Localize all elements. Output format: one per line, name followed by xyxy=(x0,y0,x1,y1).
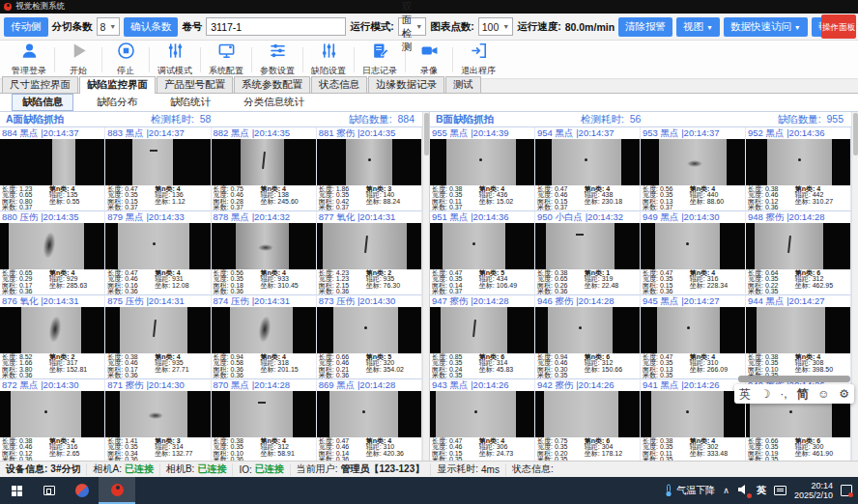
defect-thumbnail[interactable] xyxy=(0,307,104,353)
chart-points-select[interactable]: 100▼ xyxy=(478,17,513,36)
defect-thumbnail[interactable] xyxy=(212,307,316,353)
defect-cell-label[interactable]: 876 氧化 |20:14:31 xyxy=(0,295,104,307)
defect-cell[interactable]: 948 擦伤 |20:14:28长度: 0.64宽度: 0.35面积: 0.22… xyxy=(746,211,851,295)
ime-settings-icon[interactable]: ⚙ xyxy=(839,387,849,401)
defect-cell-label[interactable]: 872 黑点 |20:14:30 xyxy=(0,379,104,391)
defect-cell[interactable]: 950 小白点 |20:14:32长度: 0.38宽度: 0.65面积: 0.2… xyxy=(535,211,641,295)
defect-cell-label[interactable]: 881 擦伤 |20:14:35 xyxy=(317,127,421,139)
slit-count-select[interactable]: 8▼ xyxy=(97,17,121,36)
ime-emoji-icon[interactable]: ☺ xyxy=(817,387,829,401)
defect-cell[interactable]: 883 黑点 |20:14:37长度: 0.47宽度: 0.35面积: 0.15… xyxy=(105,127,211,211)
tab-test[interactable]: 测试 xyxy=(445,76,481,93)
login-button[interactable]: 管理登录 xyxy=(6,42,52,77)
record-button[interactable]: 录像 xyxy=(408,42,450,77)
defect-thumbnail[interactable] xyxy=(317,391,421,437)
taskbar-app-active[interactable] xyxy=(99,477,135,504)
quick-access-menu-button[interactable]: 数据快速访问 ▼ xyxy=(724,17,808,37)
defect-cell-label[interactable]: 945 黑点 |20:14:27 xyxy=(641,295,745,307)
defect-thumbnail[interactable] xyxy=(535,307,640,353)
tab-status-info[interactable]: 状态信息 xyxy=(311,76,367,93)
defect-cell[interactable]: 954 黑点 |20:14:37长度: 0.47宽度: 0.46面积: 0.15… xyxy=(535,127,641,211)
defect-thumbnail[interactable] xyxy=(641,307,745,353)
defect-thumbnail[interactable] xyxy=(0,391,104,437)
defect-cell[interactable]: 877 氧化 |20:14:31长度: 4.23宽度: 1.23面积: 2.15… xyxy=(317,211,422,295)
defect-thumbnail[interactable] xyxy=(212,223,316,269)
defect-cell[interactable]: 943 黑点 |20:14:26长度: 0.47宽度: 0.46面积: 0.15… xyxy=(430,379,535,461)
start-button[interactable] xyxy=(0,477,33,504)
defect-thumbnail[interactable] xyxy=(641,139,745,185)
operation-panel-button[interactable]: 操作面板 xyxy=(821,14,856,39)
defect-thumbnail[interactable] xyxy=(746,223,850,269)
defect-cell-label[interactable]: 869 黑点 |20:14:28 xyxy=(317,379,421,391)
defect-cell[interactable]: 945 黑点 |20:14:27长度: 0.47宽度: 0.35面积: 0.13… xyxy=(641,295,746,379)
defect-cell-label[interactable]: 877 氧化 |20:14:31 xyxy=(317,211,421,223)
scrollbar-thumb[interactable] xyxy=(853,113,858,155)
defect-thumbnail[interactable] xyxy=(641,391,745,437)
defect-cell-label[interactable]: 948 擦伤 |20:14:28 xyxy=(746,211,850,223)
defect-thumbnail[interactable] xyxy=(212,391,316,437)
defect-cell[interactable]: 873 压伤 |20:14:30长度: 0.66宽度: 0.46面积: 0.21… xyxy=(317,295,422,379)
defect-thumbnail[interactable] xyxy=(430,139,534,185)
defect-cell[interactable]: 884 黑点 |20:14:37长度: 1.23宽度: 0.65面积: 0.80… xyxy=(0,127,105,211)
defect-cell[interactable]: 955 黑点 |20:14:39长度: 0.38宽度: 0.35面积: 0.11… xyxy=(430,127,535,211)
defect-cell[interactable]: 875 压伤 |20:14:31长度: 0.38宽度: 0.46面积: 0.17… xyxy=(105,295,211,379)
defect-cell-label[interactable]: 950 小白点 |20:14:32 xyxy=(535,211,640,223)
defect-cell-label[interactable]: 884 黑点 |20:14:37 xyxy=(0,127,104,139)
defect-thumbnail[interactable] xyxy=(535,139,640,185)
start-button[interactable]: 开始 xyxy=(57,42,100,77)
defect-thumbnail[interactable] xyxy=(317,223,421,269)
defect-cell-label[interactable]: 873 压伤 |20:14:30 xyxy=(317,295,421,307)
keyboard-icon[interactable] xyxy=(774,486,786,495)
defect-cell[interactable]: 871 擦伤 |20:14:30长度: 1.41宽度: 0.35面积: 0.34… xyxy=(105,379,211,461)
ime-en-mode[interactable]: 英 xyxy=(739,386,751,403)
defect-cell[interactable]: 952 黑点 |20:14:36长度: 0.38宽度: 0.46面积: 0.12… xyxy=(746,127,851,211)
tab-system-params[interactable]: 系统参数配置 xyxy=(234,76,310,93)
defect-thumbnail[interactable] xyxy=(105,223,210,269)
defect-cell[interactable]: 874 压伤 |20:14:31长度: 0.94宽度: 0.58面积: 0.36… xyxy=(212,295,317,379)
subtab-defect-distribution[interactable]: 缺陷分布 xyxy=(87,95,147,110)
stop-button[interactable]: 停止 xyxy=(104,42,147,77)
defect-cell-label[interactable]: 952 黑点 |20:14:36 xyxy=(746,127,850,139)
defect-cell-label[interactable]: 947 擦伤 |20:14:28 xyxy=(430,295,534,307)
defect-thumbnail[interactable] xyxy=(430,391,534,437)
defect-cell[interactable]: 879 黑点 |20:14:33长度: 0.47宽度: 0.46面积: 0.16… xyxy=(105,211,211,295)
ime-language-button[interactable]: 英 xyxy=(757,484,766,497)
drive-side-button[interactable]: 传动侧 xyxy=(4,17,48,37)
defect-cell[interactable]: 881 擦伤 |20:14:35长度: 1.86宽度: 0.35面积: 0.42… xyxy=(317,127,422,211)
tab-product-config[interactable]: 产品型号配置 xyxy=(157,76,233,93)
defect-cell-label[interactable]: 946 擦伤 |20:14:28 xyxy=(535,295,640,307)
defect-cell-label[interactable]: 949 黑点 |20:14:30 xyxy=(641,211,745,223)
defect-cell[interactable]: 946 擦伤 |20:14:28长度: 0.94宽度: 0.46面积: 0.30… xyxy=(535,295,641,379)
defect-cell[interactable]: 942 擦伤 |20:14:26长度: 0.75宽度: 0.35面积: 0.20… xyxy=(535,379,641,461)
defect-cell[interactable]: 951 黑点 |20:14:36长度: 0.47宽度: 0.35面积: 0.14… xyxy=(430,211,535,295)
exit-button[interactable]: 退出程序 xyxy=(455,42,501,77)
defect-thumbnail[interactable] xyxy=(317,139,421,185)
defect-cell[interactable]: 947 擦伤 |20:14:28长度: 0.85宽度: 0.35面积: 0.24… xyxy=(430,295,535,379)
run-mode-select[interactable]: 双面检测▼ xyxy=(398,17,426,36)
notification-center-button[interactable] xyxy=(841,485,852,496)
tray-expand-button[interactable]: ∧ xyxy=(723,486,729,495)
defect-thumbnail[interactable] xyxy=(746,139,850,185)
param-settings-button[interactable]: 参数设置 xyxy=(254,42,300,77)
defect-cell-label[interactable]: 953 黑点 |20:14:37 xyxy=(641,127,745,139)
defect-cell-label[interactable]: 955 黑点 |20:14:39 xyxy=(430,127,534,139)
clear-alarm-button[interactable]: 清除报警 xyxy=(618,17,672,37)
defect-thumbnail[interactable] xyxy=(535,391,640,437)
defect-cell[interactable]: 949 黑点 |20:14:30长度: 0.47宽度: 0.35面积: 0.15… xyxy=(641,211,746,295)
defect-cell-label[interactable]: 944 黑点 |20:14:27 xyxy=(746,295,850,307)
taskbar-clock[interactable]: 20:14 2025/2/10 xyxy=(794,481,833,500)
defect-thumbnail[interactable] xyxy=(641,223,745,269)
subtab-defect-stats[interactable]: 缺陷统计 xyxy=(160,95,220,110)
task-view-button[interactable] xyxy=(33,477,66,504)
tab-edge-data[interactable]: 边缘数据记录 xyxy=(368,76,444,93)
defect-cell-label[interactable]: 882 黑点 |20:14:35 xyxy=(212,127,316,139)
ime-simplified-mode[interactable]: 简 xyxy=(796,386,808,403)
weather-widget[interactable]: 气温下降 xyxy=(664,484,715,497)
defect-cell-label[interactable]: 954 黑点 |20:14:37 xyxy=(535,127,640,139)
scrollbar-thumb[interactable] xyxy=(424,113,429,155)
defect-cell[interactable]: 878 黑点 |20:14:32长度: 0.56宽度: 0.35面积: 0.18… xyxy=(212,211,317,295)
defect-cell[interactable]: 944 黑点 |20:14:27长度: 0.38宽度: 0.35面积: 0.10… xyxy=(746,295,851,379)
defect-cell[interactable]: 872 黑点 |20:14:30长度: 0.38宽度: 0.46面积: 0.12… xyxy=(0,379,105,461)
confirm-count-button[interactable]: 确认条数 xyxy=(124,17,178,37)
defect-cell-label[interactable]: 942 擦伤 |20:14:26 xyxy=(535,379,640,391)
